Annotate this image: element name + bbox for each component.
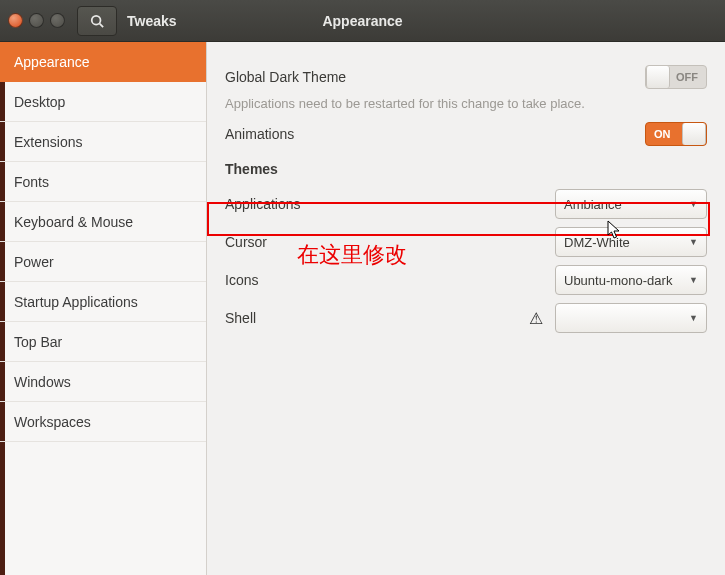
setting-dark-theme: Global Dark Theme OFF xyxy=(225,62,707,92)
sidebar-item-extensions[interactable]: Extensions xyxy=(0,122,206,162)
cursor-label: Cursor xyxy=(225,234,555,250)
dark-theme-hint: Applications need to be restarted for th… xyxy=(225,96,707,111)
close-icon[interactable] xyxy=(8,13,23,28)
icons-dropdown[interactable]: Ubuntu-mono-dark ▼ xyxy=(555,265,707,295)
sidebar-item-keyboard-mouse[interactable]: Keyboard & Mouse xyxy=(0,202,206,242)
sidebar-item-label: Power xyxy=(14,254,54,270)
applications-label: Applications xyxy=(225,196,555,212)
dropdown-value: DMZ-White xyxy=(564,235,689,250)
sidebar-item-label: Desktop xyxy=(14,94,65,110)
content: Appearance Desktop Extensions Fonts Keyb… xyxy=(0,42,725,575)
setting-cursor: Cursor DMZ-White ▼ xyxy=(225,223,707,261)
sidebar-item-label: Startup Applications xyxy=(14,294,138,310)
chevron-down-icon: ▼ xyxy=(689,275,698,285)
icons-label: Icons xyxy=(225,272,555,288)
dropdown-value: Ubuntu-mono-dark xyxy=(564,273,689,288)
switch-knob xyxy=(682,123,706,145)
chevron-down-icon: ▼ xyxy=(689,313,698,323)
dark-theme-switch[interactable]: OFF xyxy=(645,65,707,89)
sidebar-item-startup-applications[interactable]: Startup Applications xyxy=(0,282,206,322)
search-button[interactable] xyxy=(77,6,117,36)
search-icon xyxy=(90,14,104,28)
sidebar-item-top-bar[interactable]: Top Bar xyxy=(0,322,206,362)
shell-dropdown[interactable]: ▼ xyxy=(555,303,707,333)
titlebar: Tweaks Appearance xyxy=(0,0,725,42)
warning-icon: ⚠ xyxy=(529,309,543,328)
sidebar-item-label: Keyboard & Mouse xyxy=(14,214,133,230)
setting-icons: Icons Ubuntu-mono-dark ▼ xyxy=(225,261,707,299)
themes-header: Themes xyxy=(225,161,707,177)
dark-theme-label: Global Dark Theme xyxy=(225,69,645,85)
sidebar-item-appearance[interactable]: Appearance xyxy=(0,42,206,82)
sidebar-item-desktop[interactable]: Desktop xyxy=(0,82,206,122)
setting-applications: Applications Ambiance ▼ xyxy=(225,185,707,223)
sidebar-item-label: Fonts xyxy=(14,174,49,190)
app-name: Tweaks xyxy=(127,13,177,29)
cursor-dropdown[interactable]: DMZ-White ▼ xyxy=(555,227,707,257)
chevron-down-icon: ▼ xyxy=(689,237,698,247)
animations-switch[interactable]: ON xyxy=(645,122,707,146)
svg-line-1 xyxy=(100,23,104,27)
sidebar-item-power[interactable]: Power xyxy=(0,242,206,282)
applications-dropdown[interactable]: Ambiance ▼ xyxy=(555,189,707,219)
sidebar-item-label: Extensions xyxy=(14,134,82,150)
window-controls xyxy=(0,13,65,28)
sidebar-item-windows[interactable]: Windows xyxy=(0,362,206,402)
sidebar-item-fonts[interactable]: Fonts xyxy=(0,162,206,202)
sidebar-item-label: Workspaces xyxy=(14,414,91,430)
sidebar-item-label: Windows xyxy=(14,374,71,390)
switch-knob xyxy=(646,66,670,88)
svg-point-0 xyxy=(92,15,101,24)
setting-animations: Animations ON xyxy=(225,119,707,149)
main-panel: Global Dark Theme OFF Applications need … xyxy=(207,42,725,575)
minimize-icon[interactable] xyxy=(29,13,44,28)
setting-shell: Shell ⚠ ▼ xyxy=(225,299,707,337)
sidebar-item-workspaces[interactable]: Workspaces xyxy=(0,402,206,442)
maximize-icon[interactable] xyxy=(50,13,65,28)
animations-label: Animations xyxy=(225,126,645,142)
chevron-down-icon: ▼ xyxy=(689,199,698,209)
sidebar-item-label: Appearance xyxy=(14,54,90,70)
sidebar: Appearance Desktop Extensions Fonts Keyb… xyxy=(0,42,207,575)
sidebar-item-label: Top Bar xyxy=(14,334,62,350)
shell-label: Shell xyxy=(225,310,529,326)
dropdown-value: Ambiance xyxy=(564,197,689,212)
